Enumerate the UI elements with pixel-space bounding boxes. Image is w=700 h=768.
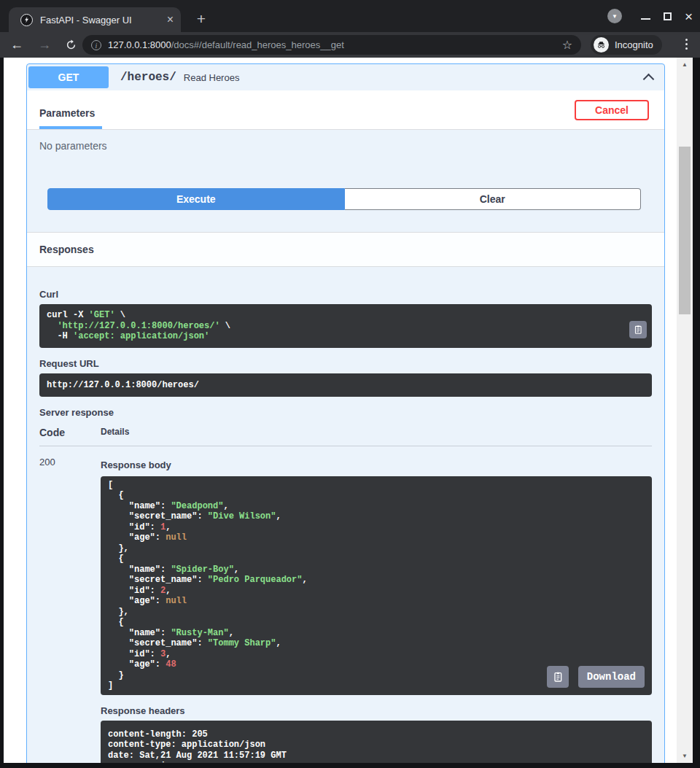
clear-button[interactable]: Clear [345,188,642,210]
url-text: 127.0.0.1:8000/docs#/default/read_heroes… [108,39,556,50]
incognito-label: Incognito [615,39,653,50]
scrollbar-down-icon[interactable]: ▼ [677,753,693,759]
url-host: 127.0.0.1:8000 [108,39,171,50]
parameters-header: Parameters Cancel [27,90,664,130]
page-info-icon[interactable]: i [91,40,101,50]
url-bar[interactable]: i 127.0.0.1:8000/docs#/default/read_hero… [82,35,581,55]
browser-tab[interactable]: FastAPI - Swagger UI × [9,7,181,32]
fastapi-logo-icon [20,14,33,26]
incognito-badge: Incognito [591,35,662,55]
details-column-header: Details [101,427,652,438]
collapse-chevron-icon[interactable] [643,74,655,85]
back-button[interactable]: ← [7,36,26,53]
execute-button[interactable]: Execute [47,188,345,210]
server-response-label: Server response [39,407,652,418]
status-code: 200 [39,457,101,764]
cancel-button[interactable]: Cancel [575,100,649,120]
method-badge: GET [28,66,109,88]
url-path: /docs#/default/read_heroes_heroes__get [171,39,344,50]
minimize-button[interactable] [641,13,650,20]
tab-search-chevron-icon[interactable]: ▼ [607,9,622,23]
parameters-title: Parameters [39,107,102,119]
response-body-block: [ { "name": "Deadpond", "secret_name": "… [101,476,652,695]
window-close-button[interactable]: × [685,9,693,23]
server-response-table: Code Details 200 Response body [ { "name… [39,427,652,764]
scrollbar[interactable]: ▲ ▼ [677,58,693,763]
responses-inner: Curl curl -X 'GET' \ 'http://127.0.0.1:8… [27,267,664,763]
new-tab-button[interactable]: + [191,9,211,29]
maximize-button[interactable] [664,12,672,20]
curl-label: Curl [39,289,652,300]
curl-command-block: curl -X 'GET' \ 'http://127.0.0.1:8000/h… [39,304,652,348]
no-parameters-text: No parameters [27,130,664,181]
download-button[interactable]: Download [578,666,645,688]
page-content: ▲ ▼ GET /heroes/ Read Heroes Parameters … [4,58,693,763]
response-copy-button[interactable] [547,666,569,688]
responses-title: Responses [39,244,94,255]
response-row: 200 Response body [ { "name": "Deadpond"… [39,446,652,764]
request-url-block: http://127.0.0.1:8000/heroes/ [39,373,652,397]
reload-button[interactable] [61,36,80,55]
forward-button[interactable]: → [35,36,54,53]
tab-parameters[interactable]: Parameters [39,107,102,129]
scrollbar-thumb[interactable] [679,147,691,314]
tab-close-icon[interactable]: × [167,14,174,26]
endpoint-path: /heroes/ [120,71,176,84]
opblock-summary[interactable]: GET /heroes/ Read Heroes [27,64,664,90]
bookmark-star-icon[interactable]: ☆ [562,38,572,52]
incognito-icon [594,37,609,53]
response-headers-label: Response headers [101,705,652,716]
browser-titlebar: FastAPI - Swagger UI × + ▼ × [0,0,700,32]
responses-header: Responses [27,232,664,267]
opblock-get-heroes: GET /heroes/ Read Heroes Parameters Canc… [26,63,665,763]
response-body-label: Response body [101,459,652,470]
table-header-row: Code Details [39,427,652,446]
request-url-label: Request URL [39,358,652,369]
parameters-tab-underline [39,126,102,129]
code-column-header: Code [39,427,101,438]
browser-menu-icon[interactable] [685,39,688,50]
tab-title: FastAPI - Swagger UI [40,15,167,26]
execute-row: Execute Clear [27,181,664,232]
curl-copy-button[interactable] [629,321,647,338]
endpoint-summary: Read Heroes [184,72,240,83]
response-headers-block: content-length: 205content-type: applica… [101,721,652,764]
browser-toolbar: ← → i 127.0.0.1:8000/docs#/default/read_… [0,32,700,58]
scrollbar-up-icon[interactable]: ▲ [677,61,693,68]
